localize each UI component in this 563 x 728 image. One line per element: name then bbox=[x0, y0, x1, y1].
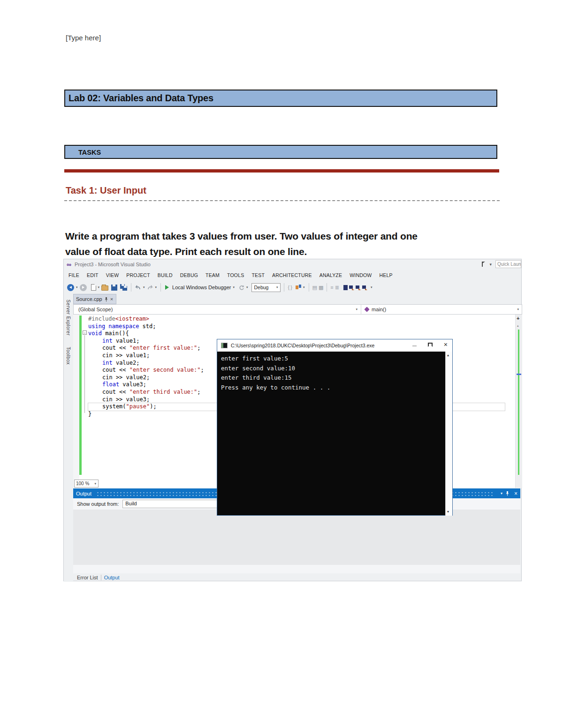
code-line: #include<iostream> bbox=[88, 315, 505, 323]
step-dropdown[interactable]: ▾ bbox=[303, 285, 305, 289]
window-position-dropdown[interactable]: ▾ bbox=[501, 491, 502, 495]
console-title: C:\Users\spring2018.DUKC\Desktop\Project… bbox=[231, 343, 374, 348]
menu-item-window[interactable]: WINDOW bbox=[346, 272, 375, 278]
menu-item-file[interactable]: FILE bbox=[65, 272, 83, 278]
code-line: using namespace std; bbox=[88, 323, 505, 330]
undo-dropdown[interactable]: ▾ bbox=[143, 285, 145, 289]
menu-item-team[interactable]: TEAM bbox=[202, 272, 223, 278]
editor-zoom-combo[interactable]: 100 % ▾ bbox=[74, 480, 99, 488]
menu-item-help[interactable]: HELP bbox=[375, 272, 396, 278]
tab-error-list[interactable]: Error List bbox=[77, 575, 98, 580]
clear-bookmarks-icon[interactable] bbox=[362, 285, 367, 290]
start-debug-button[interactable]: Local Windows Debugger bbox=[172, 285, 231, 290]
start-debug-dropdown[interactable]: ▾ bbox=[233, 285, 235, 289]
close-button[interactable]: × bbox=[444, 342, 448, 347]
prev-bookmark-icon[interactable] bbox=[356, 285, 361, 290]
start-debug-icon[interactable] bbox=[165, 285, 169, 290]
menu-item-build[interactable]: BUILD bbox=[154, 272, 176, 278]
pin-icon[interactable] bbox=[104, 297, 108, 302]
menu-item-analyze[interactable]: ANALYZE bbox=[316, 272, 346, 278]
navigate-back-button[interactable] bbox=[67, 284, 74, 291]
menu-item-view[interactable]: VIEW bbox=[102, 272, 123, 278]
notification-icon[interactable]: ▾ bbox=[489, 262, 492, 267]
lab-title-banner: Lab 02: Variables and Data Types bbox=[64, 90, 497, 107]
minimize-button[interactable] bbox=[412, 345, 417, 346]
console-scroll-up-icon[interactable]: ▴ bbox=[447, 353, 449, 357]
refresh-dropdown[interactable]: ▾ bbox=[246, 285, 248, 289]
redo-dropdown[interactable]: ▾ bbox=[155, 285, 157, 289]
scroll-up-icon[interactable]: ▴ bbox=[517, 324, 519, 328]
uncomment-icon[interactable]: ≣ bbox=[335, 285, 339, 291]
menu-item-debug[interactable]: DEBUG bbox=[176, 272, 202, 278]
panel-pin-icon[interactable] bbox=[505, 491, 510, 496]
code-line: void main(){ bbox=[88, 330, 505, 338]
breakpoint-margin[interactable] bbox=[73, 315, 79, 488]
editor-scrollbar[interactable]: + ▴ bbox=[515, 315, 522, 488]
task-description-line1: Write a program that takes 3 values from… bbox=[65, 228, 490, 244]
member-dropdown[interactable]: main() ▾ bbox=[361, 307, 522, 312]
console-scrollbar[interactable]: ▴ ▾ bbox=[445, 352, 452, 516]
maximize-button[interactable] bbox=[428, 343, 433, 347]
sidebar-tab-toolbox[interactable]: Toolbox bbox=[66, 347, 71, 365]
dashed-divider bbox=[64, 200, 500, 201]
output-panel-content[interactable] bbox=[73, 510, 520, 565]
quick-launch-box[interactable]: Quick Launch bbox=[495, 260, 521, 268]
console-line: Press any key to continue . . . bbox=[221, 383, 330, 393]
navigate-back-dropdown[interactable]: ▾ bbox=[76, 285, 78, 289]
next-bookmark-icon[interactable] bbox=[349, 285, 354, 290]
save-all-button[interactable] bbox=[120, 284, 128, 291]
tab-source-cpp[interactable]: Source.cpp × bbox=[73, 294, 116, 304]
feedback-flag-icon[interactable] bbox=[481, 262, 486, 267]
outdent-icon[interactable]: ▩ bbox=[319, 285, 323, 291]
scope-dropdown[interactable]: (Global Scope) ▾ bbox=[74, 307, 361, 312]
redo-icon[interactable] bbox=[147, 285, 153, 290]
console-line: enter first value:5 bbox=[221, 354, 330, 364]
save-button[interactable] bbox=[111, 285, 117, 291]
toolbar-overflow[interactable]: ▾ bbox=[371, 285, 373, 289]
menu-item-architecture[interactable]: ARCHITECTURE bbox=[268, 272, 316, 278]
step-icons[interactable] bbox=[296, 285, 301, 290]
new-file-dropdown[interactable]: ▾ bbox=[98, 285, 100, 289]
tab-close-icon[interactable]: × bbox=[110, 297, 113, 301]
method-icon bbox=[364, 307, 369, 312]
new-file-button[interactable] bbox=[91, 284, 96, 291]
console-line: enter second value:10 bbox=[221, 364, 330, 374]
undo-icon[interactable] bbox=[135, 285, 141, 290]
scrollbar-change-marker bbox=[518, 330, 519, 475]
console-icon bbox=[221, 343, 228, 348]
menu-item-tools[interactable]: TOOLS bbox=[223, 272, 248, 278]
bottom-tab-strip: Error List Output bbox=[73, 573, 520, 581]
tasks-banner: TASKS bbox=[64, 145, 497, 159]
tab-output[interactable]: Output bbox=[104, 575, 120, 580]
red-divider bbox=[64, 169, 499, 173]
document-page: [Type here] Lab 02: Variables and Data T… bbox=[0, 0, 563, 728]
show-output-from-label: Show output from: bbox=[77, 501, 119, 507]
console-scroll-down-icon[interactable]: ▾ bbox=[447, 510, 449, 514]
open-file-button[interactable] bbox=[101, 285, 108, 291]
vs-window-title: Project3 - Microsoft Visual Studio bbox=[75, 262, 151, 267]
scrollbar-caret-marker bbox=[517, 374, 521, 375]
indent-icon[interactable]: ▤ bbox=[312, 285, 317, 291]
task-description: Write a program that takes 3 values from… bbox=[65, 228, 490, 259]
output-panel-title: Output bbox=[76, 491, 91, 496]
menu-item-test[interactable]: TEST bbox=[248, 272, 268, 278]
solution-config-combo[interactable]: Debug ▾ bbox=[251, 283, 281, 292]
bookmark-icon[interactable] bbox=[343, 285, 348, 290]
menu-item-edit[interactable]: EDIT bbox=[83, 272, 102, 278]
console-window: C:\Users\spring2018.DUKC\Desktop\Project… bbox=[217, 339, 453, 516]
fold-guide-line bbox=[84, 335, 85, 413]
vs-titlebar: ∞ Project3 - Microsoft Visual Studio ▾ Q… bbox=[64, 259, 521, 270]
panel-close-icon[interactable]: × bbox=[514, 490, 517, 497]
fold-collapse-icon[interactable]: ‒ bbox=[83, 330, 87, 335]
comment-icon[interactable]: ≡ bbox=[330, 285, 333, 290]
panel-lower-strip bbox=[73, 565, 520, 573]
type-here-placeholder[interactable]: [Type here] bbox=[66, 34, 101, 42]
task-description-line2: value of float data type. Print each res… bbox=[65, 244, 490, 259]
show-output-from-combo[interactable]: Build bbox=[122, 500, 223, 508]
navigate-forward-button[interactable] bbox=[80, 284, 87, 291]
attach-process-icon[interactable]: { } bbox=[288, 285, 292, 290]
refresh-icon[interactable] bbox=[238, 285, 244, 291]
menu-item-project[interactable]: PROJECT bbox=[122, 272, 153, 278]
splitter-handle-icon[interactable]: + bbox=[517, 315, 519, 321]
sidebar-tab-server-explorer[interactable]: Server Explorer bbox=[66, 300, 71, 336]
